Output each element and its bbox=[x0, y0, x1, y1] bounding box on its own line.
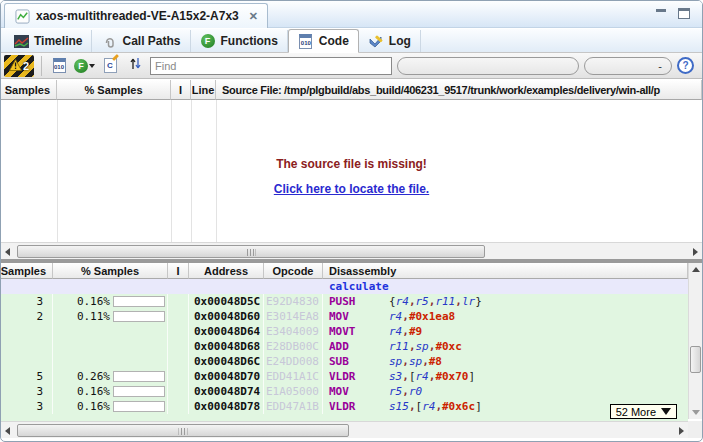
close-icon[interactable]: ✕ bbox=[249, 10, 258, 23]
mnemonic: MOV bbox=[323, 310, 389, 323]
column-header-pct-samples[interactable]: % Samples bbox=[53, 263, 168, 279]
find-scope-field[interactable] bbox=[397, 57, 579, 75]
more-rows-button[interactable]: 52 More bbox=[610, 404, 677, 419]
disasm-row[interactable]: 30.16%0x00048D5CE92D4830PUSH{r4,r5,r11,l… bbox=[1, 294, 688, 309]
scroll-down-icon[interactable] bbox=[692, 410, 700, 415]
log-icon bbox=[368, 34, 384, 49]
samples-cell: 3 bbox=[1, 384, 53, 399]
opcode-cell: EDD47A1B bbox=[264, 399, 323, 414]
opcode-cell: E28DB00C bbox=[264, 339, 323, 354]
sort-toggle-button[interactable] bbox=[125, 56, 145, 76]
timeline-icon bbox=[13, 34, 29, 49]
show-code-button[interactable]: 010 bbox=[49, 56, 69, 76]
toolbar-separator bbox=[41, 56, 42, 76]
vscroll-thumb[interactable] bbox=[690, 346, 701, 373]
scroll-right-icon[interactable] bbox=[693, 248, 698, 256]
opcode-cell: E24DD008 bbox=[264, 354, 323, 369]
disassembly-cell: MOVr4,#0x1ea8 bbox=[323, 309, 688, 324]
disasm-row[interactable]: 50.26%0x00048D70EDD41A1CVLDRs3,[r4,#0x70… bbox=[1, 369, 688, 384]
find-range-field[interactable]: - bbox=[584, 57, 672, 75]
mnemonic: ADD bbox=[323, 340, 389, 353]
warnings-button[interactable]: 2 bbox=[4, 55, 34, 77]
scroll-right-icon[interactable] bbox=[679, 427, 684, 435]
disasm-table-header: Samples % Samples I Address Opcode Disas… bbox=[1, 263, 688, 279]
source-hscrollbar[interactable] bbox=[1, 242, 702, 259]
hscroll-thumb[interactable] bbox=[17, 245, 485, 258]
edit-source-button[interactable]: C bbox=[100, 56, 120, 76]
code-icon: 010 bbox=[298, 34, 314, 49]
interesting-cell bbox=[168, 354, 189, 369]
column-header-i[interactable]: I bbox=[171, 80, 191, 100]
tab-timeline[interactable]: Timeline bbox=[4, 30, 92, 52]
disasm-row[interactable]: 0x00048D6CE24DD008SUBsp,sp,#8 bbox=[1, 354, 688, 369]
locate-file-link[interactable]: Click here to locate the file. bbox=[1, 182, 702, 196]
scrollbar-corner bbox=[688, 421, 702, 438]
samples-cell: 3 bbox=[1, 294, 53, 309]
samples-cell: 5 bbox=[1, 369, 53, 384]
disasm-rows: calculate 30.16%0x00048D5CE92D4830PUSH{r… bbox=[1, 279, 688, 421]
pct-samples-cell: 0.11% bbox=[53, 309, 168, 324]
editor-tab[interactable]: xaos-multithreaded-VE-A15x2-A7x3 ✕ bbox=[4, 3, 268, 28]
samples-cell bbox=[1, 354, 53, 369]
warning-count-badge: 2 bbox=[23, 60, 29, 72]
operands: sp,sp,#8 bbox=[389, 355, 442, 368]
column-header-samples[interactable]: Samples bbox=[1, 263, 53, 279]
column-header-i[interactable]: I bbox=[168, 263, 189, 279]
interesting-cell bbox=[168, 369, 189, 384]
disasm-hscrollbar[interactable] bbox=[1, 421, 688, 438]
pct-samples-cell bbox=[53, 339, 168, 354]
chevron-down-icon bbox=[661, 408, 671, 415]
profiler-window: xaos-multithreaded-VE-A15x2-A7x3 ✕ Timel… bbox=[0, 0, 703, 442]
editor-tab-label: xaos-multithreaded-VE-A15x2-A7x3 bbox=[36, 9, 239, 23]
column-header-line[interactable]: Line bbox=[191, 80, 216, 100]
disasm-row[interactable]: 30.16%0x00048D74E1A05000MOVr5,r0 bbox=[1, 384, 688, 399]
maximize-icon[interactable] bbox=[678, 8, 690, 19]
missing-source-message: The source file is missing! bbox=[1, 157, 702, 171]
column-header-samples[interactable]: Samples bbox=[1, 80, 57, 100]
disasm-vscrollbar[interactable] bbox=[688, 263, 702, 419]
column-header-address[interactable]: Address bbox=[189, 263, 264, 279]
function-label-row[interactable]: calculate bbox=[1, 279, 688, 294]
column-header-opcode[interactable]: Opcode bbox=[264, 263, 323, 279]
disasm-row[interactable]: 0x00048D68E28DB00CADDr11,sp,#0xc bbox=[1, 339, 688, 354]
disasm-row[interactable]: 20.11%0x00048D60E3014EA8MOVr4,#0x1ea8 bbox=[1, 309, 688, 324]
column-gridline bbox=[171, 100, 172, 242]
mnemonic: VLDR bbox=[323, 370, 389, 383]
minimize-icon[interactable] bbox=[656, 8, 666, 12]
view-tabbar: Timeline Call Paths F Functions 010 Code… bbox=[1, 29, 702, 53]
find-input[interactable] bbox=[150, 57, 392, 75]
address-cell: 0x00048D64 bbox=[189, 324, 264, 339]
disasm-row[interactable]: 30.16%0x00048D78EDD47A1BVLDRs15,[r4,#0x6… bbox=[1, 399, 688, 414]
column-header-source-file[interactable]: Source File: /tmp/plgbuild/abs_build/406… bbox=[216, 80, 702, 100]
source-table-header: Samples % Samples I Line Source File: /t… bbox=[1, 80, 702, 100]
capture-chart-icon bbox=[14, 9, 30, 24]
disassembly-cell: ADDr11,sp,#0xc bbox=[323, 339, 688, 354]
tab-functions[interactable]: F Functions bbox=[191, 30, 288, 52]
tab-label: Code bbox=[319, 34, 349, 48]
help-icon: ? bbox=[682, 60, 688, 71]
tab-call-paths[interactable]: Call Paths bbox=[92, 30, 190, 52]
find-range-value: - bbox=[658, 60, 662, 72]
tab-log[interactable]: Log bbox=[359, 30, 421, 52]
scroll-up-icon[interactable] bbox=[692, 267, 700, 272]
scroll-left-icon[interactable] bbox=[5, 248, 10, 256]
address-cell: 0x00048D70 bbox=[189, 369, 264, 384]
opcode-cell: E92D4830 bbox=[264, 294, 323, 309]
function-name: calculate bbox=[329, 280, 389, 293]
functions-icon: F bbox=[74, 59, 88, 73]
address-cell: 0x00048D60 bbox=[189, 309, 264, 324]
samples-bar bbox=[113, 401, 165, 412]
operands: r4,#9 bbox=[389, 325, 422, 338]
pct-samples-cell: 0.16% bbox=[53, 384, 168, 399]
operands: r11,sp,#0xc bbox=[389, 340, 462, 353]
help-button[interactable]: ? bbox=[677, 57, 694, 74]
sort-arrows-icon bbox=[129, 56, 142, 75]
disasm-row[interactable]: 0x00048D64E3404009MOVTr4,#9 bbox=[1, 324, 688, 339]
hscroll-thumb[interactable] bbox=[17, 424, 349, 437]
samples-cell bbox=[1, 339, 53, 354]
scroll-left-icon[interactable] bbox=[5, 427, 10, 435]
column-header-disassembly[interactable]: Disassembly bbox=[323, 263, 688, 279]
tab-code[interactable]: 010 Code bbox=[288, 29, 359, 53]
column-header-pct-samples[interactable]: % Samples bbox=[57, 80, 171, 100]
select-function-button[interactable]: F bbox=[74, 56, 95, 76]
